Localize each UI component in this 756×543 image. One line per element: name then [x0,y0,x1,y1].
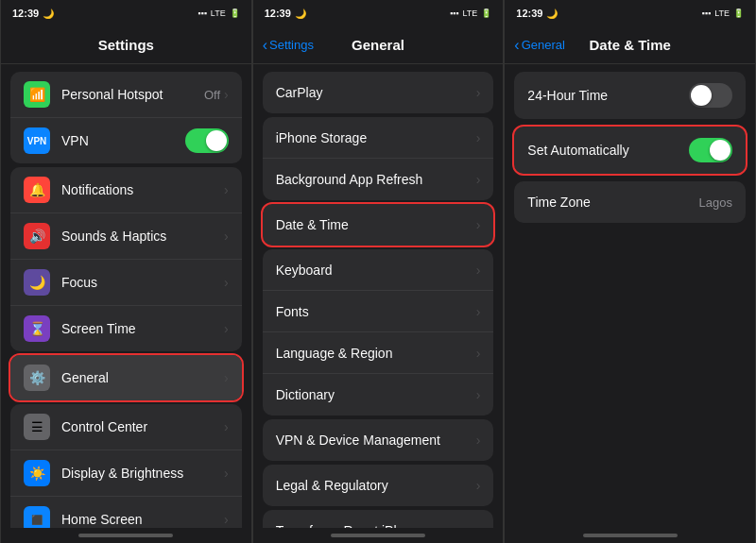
group-datetime: Date & Time › [263,204,494,246]
group-connectivity: 📶 Personal Hotspot Off › VPN VPN [10,72,242,163]
chevron-icon: › [476,217,481,232]
moon-icon-2: 🌙 [295,8,306,19]
focus-icon: 🌙 [24,269,50,296]
chevron-icon: › [224,182,229,197]
status-time-1: 12:39 🌙 [12,8,54,19]
group-system3: ☰ Control Center › ☀️ Display & Brightne… [10,404,242,528]
chevron-icon: › [224,321,229,336]
group-legal: Legal & Regulatory › [263,465,494,506]
panel-general: 12:39 🌙 ▪▪▪ LTE 🔋 ‹ Settings General Car… [252,0,505,543]
status-bar-1: 12:39 🌙 ▪▪▪ LTE 🔋 [1,0,251,26]
item-date-time[interactable]: Date & Time › [263,204,494,246]
item-language[interactable]: Language & Region › [263,332,494,374]
group-storage: iPhone Storage › Background App Refresh … [263,117,494,200]
screen-time-icon: ⌛ [24,315,50,342]
general-icon: ⚙️ [24,365,50,391]
panel-settings: 12:39 🌙 ▪▪▪ LTE 🔋 Settings 📶 Personal Ho… [0,0,252,543]
panel1-title: Settings [98,37,154,53]
group-carplay: CarPlay › [263,72,494,113]
group-system2: ⚙️ General › [10,355,242,400]
item-vpn[interactable]: VPN VPN [10,118,242,163]
group-vpn-device: VPN & Device Management › [263,419,494,461]
hotspot-icon: 📶 [24,81,50,108]
chevron-icon: › [224,275,229,290]
item-notifications[interactable]: 🔔 Notifications › [10,167,242,213]
status-icons-2: ▪▪▪ LTE 🔋 [450,8,491,18]
back-button-2[interactable]: ‹ Settings [263,37,314,54]
vpn-icon: VPN [24,127,50,154]
chevron-icon: › [476,130,481,145]
chevron-icon: › [224,466,229,481]
item-screen-time[interactable]: ⌛ Screen Time › [10,306,242,351]
item-display[interactable]: ☀️ Display & Brightness › [10,450,242,497]
chevron-icon: › [476,346,481,361]
item-fonts[interactable]: Fonts › [263,291,494,332]
chevron-icon: › [224,87,229,102]
display-icon: ☀️ [24,460,50,486]
item-background-refresh[interactable]: Background App Refresh › [263,159,494,200]
sounds-icon: 🔊 [24,223,50,249]
home-indicator-1 [1,528,251,543]
back-chevron-icon-3: ‹ [514,37,519,54]
panel-datetime: 12:39 🌙 ▪▪▪ LTE 🔋 ‹ General Date & Time … [504,0,756,543]
home-indicator-2 [253,528,504,543]
item-24hour[interactable]: 24-Hour Time [514,72,746,119]
control-center-icon: ☰ [24,414,50,440]
back-chevron-icon: ‹ [263,37,267,54]
panel3-list: 24-Hour Time Set Automatically Time Zone… [505,64,755,528]
item-legal[interactable]: Legal & Regulatory › [263,465,494,506]
item-sounds[interactable]: 🔊 Sounds & Haptics › [10,213,242,260]
chevron-icon: › [476,523,481,528]
notifications-icon: 🔔 [24,177,50,203]
panel1-header: Settings [1,26,251,64]
panel1-list: 📶 Personal Hotspot Off › VPN VPN 🔔 Notif… [1,64,251,528]
moon-icon: 🌙 [43,8,54,19]
chevron-icon: › [476,85,481,100]
panel3-title: Date & Time [589,37,670,53]
item-focus[interactable]: 🌙 Focus › [10,260,242,306]
panel2-header: ‹ Settings General [253,26,504,64]
item-keyboard[interactable]: Keyboard › [263,249,494,291]
item-timezone[interactable]: Time Zone Lagos [514,181,746,223]
group-transfer: Transfer or Reset iPhone › [263,510,494,528]
item-carplay[interactable]: CarPlay › [263,72,494,113]
status-icons-1: ▪▪▪ LTE 🔋 [198,8,239,18]
group-24hour: 24-Hour Time [514,72,746,119]
status-bar-2: 12:39 🌙 ▪▪▪ LTE 🔋 [253,0,504,26]
chevron-icon: › [476,433,481,448]
group-timezone: Time Zone Lagos [514,181,746,223]
item-transfer[interactable]: Transfer or Reset iPhone › [263,510,494,528]
panel2-title: General [352,37,404,53]
item-general[interactable]: ⚙️ General › [10,355,242,400]
item-iphone-storage[interactable]: iPhone Storage › [263,117,494,159]
panel3-header: ‹ General Date & Time [505,26,755,64]
group-system1: 🔔 Notifications › 🔊 Sounds & Haptics › 🌙… [10,167,242,351]
set-auto-toggle[interactable] [689,138,732,162]
chevron-icon: › [224,229,229,244]
panel2-list: CarPlay › iPhone Storage › Background Ap… [253,64,504,528]
chevron-icon: › [224,370,229,385]
back-button-3[interactable]: ‹ General [514,37,565,54]
group-input: Keyboard › Fonts › Language & Region › D… [263,249,494,416]
item-vpn-device[interactable]: VPN & Device Management › [263,419,494,461]
item-dictionary[interactable]: Dictionary › [263,374,494,416]
status-icons-3: ▪▪▪ LTE 🔋 [702,8,744,18]
chevron-icon: › [224,419,229,434]
status-time-2: 12:39 🌙 [265,8,306,19]
status-bar-3: 12:39 🌙 ▪▪▪ LTE 🔋 [505,0,755,26]
chevron-icon: › [476,304,481,319]
item-personal-hotspot[interactable]: 📶 Personal Hotspot Off › [10,72,242,118]
chevron-icon: › [476,172,481,187]
chevron-icon: › [224,512,229,527]
24hour-toggle[interactable] [689,83,732,108]
item-home-screen[interactable]: ⬛ Home Screen › [10,497,242,528]
item-set-automatically[interactable]: Set Automatically [514,127,746,174]
home-screen-icon: ⬛ [24,506,50,528]
vpn-toggle[interactable] [185,128,229,153]
group-set-auto: Set Automatically [514,127,746,174]
chevron-icon: › [476,263,481,278]
moon-icon-3: 🌙 [546,8,558,19]
home-indicator-3 [505,528,755,543]
item-control-center[interactable]: ☰ Control Center › [10,404,242,450]
chevron-icon: › [476,478,481,493]
